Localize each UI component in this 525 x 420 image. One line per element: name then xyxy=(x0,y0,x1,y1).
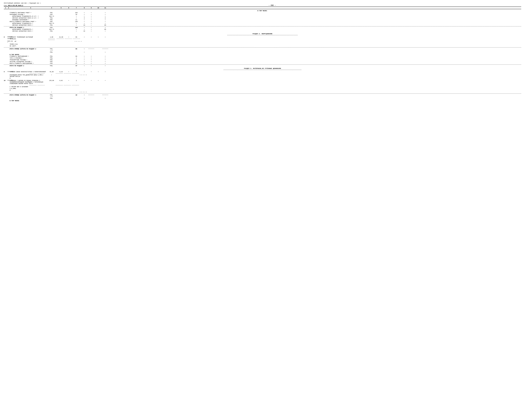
table-row: СТОИМОСТЬ ОБОРУДОВАНИЯ = РУБ. 66 • • • xyxy=(4,55,521,57)
pos9-sub-row: ИЗОЛЯЦИЕЙ,МАРКИ ТПП,ДИАМЕТРОМ ЖИЛЫ 0,4ММ… xyxy=(4,74,521,77)
pos9-block: 9 С151=2326 «КАБЕЛИ СВЯЗИ НИЗКОЧАСТОТНЫЕ… xyxy=(4,71,521,79)
table-row: ТРАНСПОРТНЫЕ РАСХОДЫ = РУБ. 1 • • • xyxy=(4,59,521,61)
telef-label: ТЕЛЕФ.3=АА xyxy=(4,43,521,45)
table-row: ВСЕГО,СТОИМОСТЬ МОНТАЖНЫХ РАБОТ = РУБ. 1… xyxy=(4,21,521,22)
pos9-m: М xyxy=(4,77,521,79)
table-row: НОРМАТИВНАЯ ТРУДОЕМКОСТЬ В Н.Р. = ЧЕЛ.=Ч… xyxy=(4,15,521,17)
page-number: – 232 – xyxy=(23,4,521,6)
itogo2-dots-row: •••• xyxy=(4,50,521,51)
section2b-rows: СТОИМОСТЬ ОБОРУДОВАНИЯ = РУБ. 66 • • • Т… xyxy=(4,55,521,64)
col-h-10: 10 xyxy=(95,7,102,9)
pos9-main-row: 9 С151=2326 «КАБЕЛИ СВЯЗИ НИЗКОЧАСТОТНЫЕ… xyxy=(4,71,521,73)
itogo3-rub-row: РУБ. • • xyxy=(4,97,521,99)
col-h-11: 11 xyxy=(102,7,109,9)
pos10-line3: 2,0,6ММ2 xyxy=(4,88,521,89)
table-row: СМЕТНАЯ ЗАРАБОТНАЯ ПЛАТА = РУБ. • 42 • 6… xyxy=(4,24,521,26)
pos8-sprav-row: СПРАВОЧН. ТА=11322 ••••••••• ••••••••• •… xyxy=(4,38,521,40)
itogo3-direct-block: ИТОГО ПРЯМЫЕ ЗАТРАТЫ ПО РАЗДЕЛУ 3 РУБ. 1… xyxy=(4,94,521,99)
itogo1-norm-row: НОРМАТИВНАЯ ТРУДОЕМКОСТЬ = ЧЕЛ.=Ч • • • … xyxy=(4,29,521,30)
pos10-dots-row: •••••••••• •••••••••• •••••••••• •••••••… xyxy=(4,85,521,86)
year-label: НА 1987Г. xyxy=(4,45,521,47)
itogo2-direct-row: ИТОГО ПРЯМЫЕ ЗАТРАТЫ ПО РАЗДЕЛУ 2 РУБ. 6… xyxy=(4,48,521,50)
col-h-9: 9 xyxy=(88,7,95,9)
table-row: СМЕТНАЯ ЗАРАБОТНАЯ ПЛАТА В Н.Р. = РУБ. •… xyxy=(4,17,521,19)
vtom-header: В ТОМ ЧИСЛЕ: xyxy=(4,10,521,12)
pos8-block: 8 НОМЕНКЛ. «АППАРАТ ТЕЛЕФОННЫЙ НАСТЕННЫЙ… xyxy=(4,36,521,47)
section2-title: РАЗДЕЛ 2. ОБОРУДОВАНИЕ =================… xyxy=(4,33,521,36)
itogo2-rub-row: РУБ. • • xyxy=(4,51,521,53)
pos8-main-row: 8 НОМЕНКЛ. «АППАРАТ ТЕЛЕФОННЫЙ НАСТЕННЫЙ… xyxy=(4,36,521,38)
itogo2b-row: ИТОГО ПО РАЗДЕЛУ 2 РУБ. 47 • • • xyxy=(4,65,521,67)
table-row: СТОИМОСТЬ МОНТАЖНЫХ РАБОТ = РУБ. 103 • •… xyxy=(4,12,521,14)
vtom2-header: В ТОМ ЧИСЛЕ: xyxy=(4,53,521,55)
pos10-main-row: 10 С152=501 «ПРОВОДА С ЖИЛАМИ ИЗ МЕДНЫХ … xyxy=(4,80,521,85)
pos10-m: М xyxy=(4,89,521,91)
col-h-7: 7 xyxy=(72,7,81,9)
pos10-block: 10 С152=501 «ПРОВОДА С ЖИЛАМИ ИЗ МЕДНЫХ … xyxy=(4,79,521,93)
itogo2-direct-block: ИТОГО ПРЯМЫЕ ЗАТРАТЫ ПО РАЗДЕЛУ 2 РУБ. 6… xyxy=(4,48,521,53)
col-h-5: 5 xyxy=(57,7,66,9)
table-row: ТАРА И УПАКОВКА = РУБ. 1 • • • xyxy=(4,57,521,59)
col-h-1: 1 xyxy=(4,7,7,9)
pos10-sub-row: • • • • • • xyxy=(4,91,521,93)
table-row: НОРМАТИВНАЯ ТРУДОЕМКОСТЬ = ЧЕЛ.=Ч • • • … xyxy=(4,22,521,24)
table-row: ВСЕГО,СТОИМОСТЬ ОБОРУДОВАНИЯ = РУБ. 47 •… xyxy=(4,63,521,64)
col-h-8: 8 xyxy=(81,7,88,9)
col-h-2: 2 xyxy=(7,7,10,9)
col-h-3: 3 xyxy=(10,7,47,9)
table-row: НАКЛАДНЫЕ РАСХОДЫ = РУБ. 26 • • • xyxy=(4,14,521,15)
section3-title-block: РАЗДЕЛ 3. МАТЕРИАЛЫ,НЕ УЧТЕННЫЕ ЦЕННИКАМ… xyxy=(4,68,521,70)
pos10-line2: С ЧИСЛОМ ЖИЛ И СЕЧЕНИЕМ xyxy=(4,86,521,88)
program-header: ПРОГРАММНЫЙ КОМПЛЕКС АВС=ЗЕС ( РЕДАКЦИЯ … xyxy=(4,2,521,4)
itogo1-row: ИТОГО ПО РАЗДЕЛУ 1 РУБ. 140 • • • xyxy=(4,27,521,29)
pos9-dots-row: •••••••••• •••••••••• •••••••••• •••••••… xyxy=(4,73,521,74)
itogo1-zp-row: СМЕТНАЯ ЗАРАБОТНАЯ ПЛАТА = РУБ. • 42 • • xyxy=(4,30,521,32)
itogo3-dots-row: •••• xyxy=(4,96,521,97)
pos8-per-row: ПЕРМ.СКО • ШТ • • • • • xyxy=(4,40,521,43)
section1-rows: СТОИМОСТЬ МОНТАЖНЫХ РАБОТ = РУБ. 103 • •… xyxy=(4,12,521,26)
doc-ref: т.п. 503-4-55.88 АwХ4.2 xyxy=(4,5,23,6)
col-h-12 xyxy=(109,7,116,9)
table-row: ПЛАНОВЫЕ НАКОПЛЕНИЯ = РУБ. 11 • • • xyxy=(4,19,521,21)
col-h-6: 6 xyxy=(66,7,72,9)
program-label: ПРОГРАММНЫЙ КОМПЛЕКС АВС=ЗЕС ( РЕДАКЦИЯ … xyxy=(4,2,521,4)
column-headers: 1 2 3 4 5 6 7 8 9 10 11 xyxy=(4,7,521,9)
vtom3-header: В ТОМ ЧИСЛЕ: xyxy=(4,99,521,102)
col-h-4: 4 xyxy=(47,7,57,9)
table-row: ЗАГОТОВ.=СКЛАДСКИЕ РАСХОДЫ = РУБ. 1 • • … xyxy=(4,61,521,63)
header-doc-row: т.п. 503-4-55.88 АwХ4.2 – 232 – xyxy=(4,4,521,6)
itogo3-direct-row: ИТОГО ПРЯМЫЕ ЗАТРАТЫ ПО РАЗДЕЛУ 3 РУБ. 1… xyxy=(4,94,521,96)
